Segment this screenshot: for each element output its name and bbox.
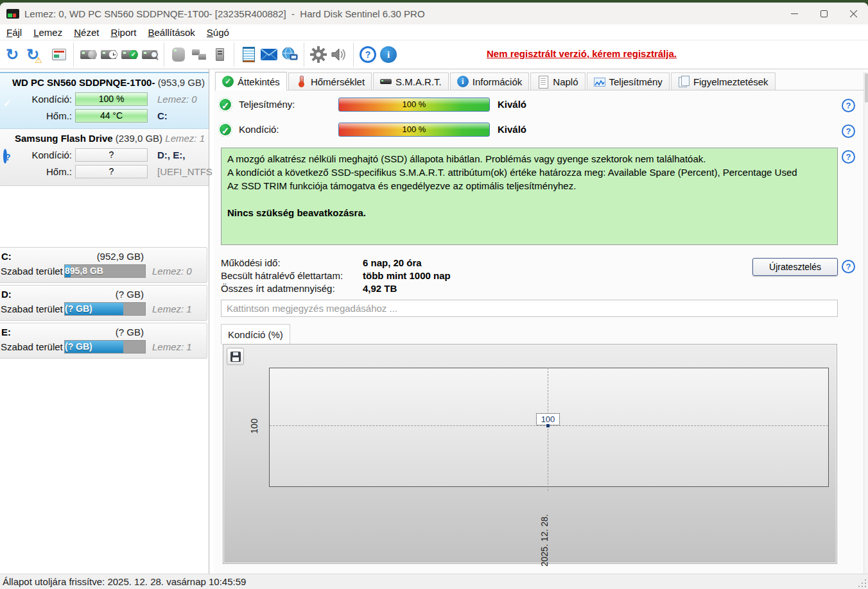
warning-icon: ⚠ (35, 56, 42, 64)
scrollbar-thumb[interactable] (865, 73, 868, 103)
email-button[interactable] (259, 44, 279, 65)
sound-button[interactable] (329, 44, 349, 65)
check-badge-icon (129, 50, 138, 59)
health-line: Az SSD TRIM funkciója támogatva és enged… (227, 179, 831, 192)
help-icon[interactable] (842, 99, 855, 112)
settings-gear-icon (310, 46, 327, 63)
tab-informaciok[interactable]: Információk (450, 73, 530, 90)
device-title: Samsung Flash Drive (239,0 GB) Lemez: 1 (0, 133, 205, 144)
register-notice-link[interactable]: Nem regisztrált verzió, kérem regisztrál… (487, 48, 677, 59)
disk-sidebar: WD PC SN560 SDDPNQE-1T00- (953,9 GB) Kon… (0, 69, 209, 574)
performance-chart-icon (594, 78, 605, 87)
save-chart-button[interactable] (227, 348, 244, 365)
partition-card-d[interactable]: D: (? GB) Szabad terület (? GB) Lemez: 1 (0, 285, 207, 321)
menu-accel: S (207, 27, 213, 38)
stat-row: Összes írt adatmennyiség: 4,92 TB (221, 283, 606, 296)
disk-status-button[interactable] (119, 44, 139, 65)
device-row: Hőm.: ? [UEFI_NTFS (0, 165, 209, 179)
minimize-icon (791, 13, 798, 14)
help-icon[interactable] (842, 124, 855, 138)
partition-free-row: Szabad terület (? GB) Lemez: 1 (0, 340, 207, 355)
tab-label: Napló (553, 76, 578, 87)
vertical-scrollbar[interactable] (864, 72, 868, 574)
device-title: WD PC SN560 SDDPNQE-1T00- (953,9 GB) (0, 77, 205, 88)
close-button[interactable] (838, 3, 868, 24)
disk-search-button[interactable] (140, 44, 159, 65)
free-space-bar: 895,8 GB (64, 264, 146, 278)
disk-properties-icon (52, 49, 66, 60)
device-card-wd[interactable]: WD PC SN560 SDDPNQE-1T00- (953,9 GB) Kon… (0, 72, 209, 129)
condition-label: Kondíció: (0, 148, 72, 162)
content-area: WD PC SN560 SDDPNQE-1T00- (953,9 GB) Kon… (0, 69, 868, 574)
device-size: (239,0 GB) (116, 133, 162, 144)
info-button[interactable]: i (379, 44, 398, 65)
menu-riport[interactable]: Riport (105, 27, 142, 38)
condition-bar: 100 % (75, 92, 148, 106)
menu-lemez[interactable]: Lemez (28, 27, 68, 38)
magnifier-badge-icon (150, 50, 159, 59)
check-circle-icon (222, 76, 234, 87)
settings-button[interactable] (309, 44, 328, 65)
chart-tab-kondicio[interactable]: Kondíció (%) (221, 324, 290, 345)
partition-free-row: Szabad terület (? GB) Lemez: 1 (0, 302, 207, 318)
condition-label: Kondíció: (0, 92, 72, 107)
health-line: A mozgó alkatrész nélküli meghajtó (SSD)… (227, 152, 831, 166)
disk-properties-button[interactable] (49, 44, 69, 65)
resize-grip[interactable] (858, 579, 867, 588)
free-space-label: Szabad terület (1, 341, 63, 352)
tab-label: S.M.A.R.T. (395, 76, 442, 87)
disk-surface-test-button[interactable] (78, 44, 98, 65)
disk-schedule-button[interactable] (99, 44, 118, 65)
device-card-samsung[interactable]: Samsung Flash Drive (239,0 GB) Lemez: 1 … (0, 129, 209, 186)
report-notepad-icon (243, 47, 255, 62)
pages-icon (678, 76, 690, 87)
comment-input[interactable] (221, 300, 838, 317)
tab-homerseklet[interactable]: Hőmérséklet (288, 73, 372, 90)
refresh-button[interactable]: ↻ (3, 44, 22, 65)
partition-header: D: (? GB) (0, 286, 207, 302)
network-button[interactable] (280, 44, 299, 65)
partition-free-row: Szabad terület 895,8 GB Lemez: 0 (0, 264, 207, 280)
menu-sugo[interactable]: Súgó (201, 27, 235, 38)
clock-badge-icon (108, 50, 117, 59)
menu-nezet[interactable]: Nézet (68, 27, 105, 38)
menu-label: ézet (81, 27, 99, 38)
minimize-button[interactable] (779, 3, 809, 24)
refresh-warning-button[interactable]: ↻⚠ (23, 44, 42, 65)
partition-card-c[interactable]: C: (952,9 GB) Szabad terület 895,8 GB Le… (0, 247, 207, 283)
device-tree-button[interactable] (210, 44, 229, 65)
tab-attekintes[interactable]: Áttekintés (215, 72, 287, 90)
lifetime-value: több mint 1000 nap (363, 270, 451, 281)
maximize-icon (820, 10, 828, 17)
disk-schedule-icon (101, 50, 116, 59)
tab-figyelmeztetesek[interactable]: Figyelmeztetések (671, 73, 776, 90)
condition-label: Kondíció: (239, 123, 279, 137)
hdd-inactive-button[interactable] (169, 44, 188, 65)
help-icon[interactable] (842, 150, 855, 164)
menu-fajl[interactable]: Fájl (0, 27, 28, 38)
menu-accel: N (74, 27, 81, 38)
disk-number: Lemez: 0 (157, 92, 197, 107)
tab-smart[interactable]: S.M.A.R.T. (373, 73, 449, 90)
disk-status-icon (121, 50, 137, 59)
help-icon[interactable] (842, 260, 855, 273)
performance-bar: 100 % (338, 98, 490, 112)
tab-naplo[interactable]: Napló (530, 73, 585, 90)
partition-card-e[interactable]: E: (? GB) Szabad terület (? GB) Lemez: 1 (0, 323, 207, 359)
device-size: (953,9 GB) (158, 77, 205, 88)
help-button[interactable]: ? (358, 44, 378, 65)
hardware-button[interactable] (189, 44, 209, 65)
email-envelope-icon (261, 49, 277, 60)
menu-beallitasok[interactable]: Beállítások (142, 27, 200, 38)
maximize-button[interactable] (809, 3, 838, 24)
menu-accel: L (33, 27, 39, 38)
retest-button[interactable]: Újratesztelés (752, 258, 838, 276)
status-bar: Állapot utoljára frissítve: 2025. 12. 28… (0, 574, 868, 589)
health-line: A kondíciót a következő SSD-specifikus S… (227, 166, 831, 179)
temperature-bar: 44 °C (75, 109, 148, 123)
tab-teljesitmeny[interactable]: Teljesítmény (587, 73, 670, 90)
help-circle-icon: ? (360, 46, 376, 63)
status-check-icon (218, 98, 232, 112)
report-button[interactable] (239, 44, 258, 65)
hdd-inactive-icon (172, 47, 185, 62)
